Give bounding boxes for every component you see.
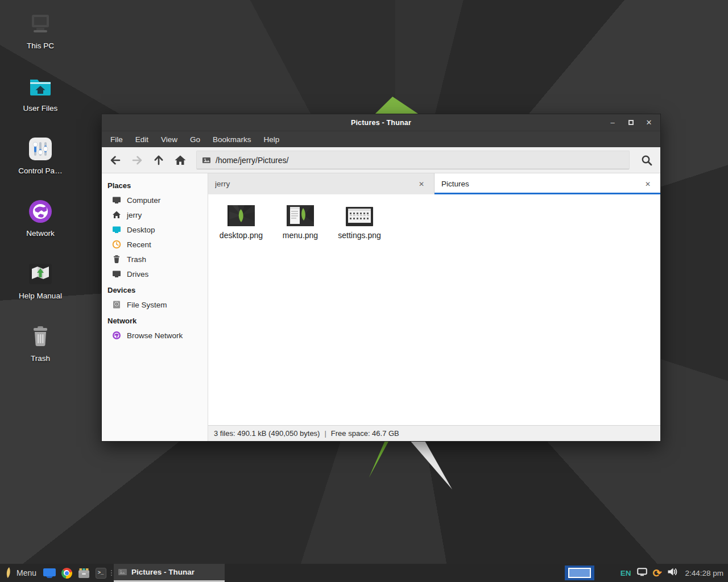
desktop-icon-network[interactable]: Network (7, 198, 74, 260)
tab-close-icon[interactable]: ✕ (642, 179, 653, 189)
window-title: Pictures - Thunar (102, 119, 660, 127)
tab-close-icon[interactable]: ✕ (416, 179, 427, 189)
display-tray-icon[interactable] (637, 568, 647, 579)
sidebar-item-trash[interactable]: Trash (102, 252, 208, 267)
tab-jerry[interactable]: jerry ✕ (208, 173, 435, 194)
task-image-icon (118, 568, 127, 576)
titlebar[interactable]: Pictures - Thunar – ✕ (102, 114, 660, 131)
control-panel-icon (27, 135, 54, 163)
sidebar-item-file-system[interactable]: File System (102, 297, 208, 312)
sidebar-item-recent[interactable]: Recent (102, 237, 208, 252)
file-menu-png[interactable]: menu.png (271, 200, 330, 243)
forward-arrow-icon (130, 153, 144, 167)
image-folder-icon (202, 156, 211, 165)
terminal-icon: >_ (96, 568, 106, 579)
maximize-button[interactable] (624, 117, 638, 129)
volume-icon[interactable] (667, 567, 678, 579)
path-bar[interactable]: /home/jerry/Pictures/ (196, 151, 630, 169)
desktop-icon-control-panel[interactable]: Control Pa… (7, 135, 74, 198)
menu-view[interactable]: View (155, 132, 184, 147)
tab-pictures[interactable]: Pictures ✕ (435, 173, 660, 194)
up-arrow-icon (152, 153, 166, 167)
file-thumbnail (346, 203, 373, 226)
home-icon (112, 210, 121, 219)
file-desktop-png[interactable]: desktop.png (212, 200, 271, 243)
sidebar-item-drives[interactable]: Drives (102, 267, 208, 281)
desktop-icon-label: Trash (31, 354, 50, 363)
wallpaper-leaf-sliver (367, 442, 388, 479)
file-manager-launcher[interactable] (75, 564, 92, 582)
maximize-icon (628, 120, 634, 125)
sidebar-item-computer[interactable]: Computer (102, 193, 208, 207)
computer-icon (112, 196, 121, 205)
tab-bar: jerry ✕ Pictures ✕ (208, 173, 660, 194)
show-desktop-launcher[interactable] (41, 564, 58, 582)
sidebar-item-label: Browse Network (127, 331, 183, 340)
user-files-folder-icon (27, 73, 54, 100)
keyboard-layout-indicator[interactable]: EN (621, 569, 631, 577)
file-name: desktop.png (220, 231, 263, 240)
path-text: /home/jerry/Pictures/ (216, 156, 288, 165)
desktop-monitor-icon (112, 225, 121, 234)
home-button[interactable] (170, 150, 191, 171)
menu-file[interactable]: File (104, 132, 129, 147)
file-list[interactable]: desktop.png menu.png settings.png (208, 194, 660, 425)
tab-label: jerry (215, 180, 416, 188)
search-button[interactable] (636, 150, 657, 171)
file-name: settings.png (338, 231, 381, 240)
minimize-button[interactable]: – (606, 117, 619, 129)
blue-window-icon (43, 568, 56, 578)
tab-label: Pictures (441, 180, 642, 188)
menu-go[interactable]: Go (184, 132, 206, 147)
chrome-icon (61, 568, 72, 579)
terminal-launcher[interactable]: >_ (92, 564, 109, 582)
sidebar-item-browse-network[interactable]: Browse Network (102, 328, 208, 343)
close-button[interactable]: ✕ (642, 117, 656, 129)
sidebar-item-label: File System (127, 301, 167, 309)
start-menu-button[interactable]: Menu (0, 564, 41, 582)
sidebar-header-network: Network (102, 312, 208, 328)
file-thumbnail (287, 203, 314, 226)
file-cabinet-icon (78, 568, 90, 579)
desktop-icon-help-manual[interactable]: Help Manual (7, 260, 74, 323)
panel-drag-handle[interactable] (109, 564, 114, 582)
menubar: File Edit View Go Bookmarks Help (102, 131, 660, 147)
taskbar-window-button[interactable]: Pictures - Thunar (114, 564, 225, 582)
desktop-icon-trash[interactable]: Trash (7, 323, 74, 385)
workspace-switcher[interactable] (565, 566, 594, 580)
file-name: menu.png (283, 231, 318, 240)
sidebar-header-places: Places (102, 177, 208, 193)
menu-bookmarks[interactable]: Bookmarks (206, 132, 258, 147)
chrome-launcher[interactable] (58, 564, 75, 582)
help-manual-icon (27, 260, 54, 288)
back-button[interactable] (105, 150, 126, 171)
status-bar: 3 files: 490.1 kB (490,050 bytes) | Free… (208, 425, 660, 441)
back-arrow-icon (109, 153, 122, 167)
desktop-icon-this-pc[interactable]: This PC (7, 10, 74, 73)
trash-icon (112, 255, 121, 264)
desktop-icon-user-files[interactable]: User Files (7, 73, 74, 135)
sidebar-item-desktop[interactable]: Desktop (102, 222, 208, 237)
menu-help[interactable]: Help (258, 132, 286, 147)
sidebar-item-label: Drives (127, 270, 148, 278)
recent-clock-icon (112, 240, 121, 249)
file-settings-png[interactable]: settings.png (330, 200, 389, 243)
clock[interactable]: 2:44:28 pm (684, 569, 723, 577)
network-globe-icon (27, 198, 54, 225)
wallpaper-mint-leaf-tip (373, 97, 418, 114)
update-manager-icon[interactable]: ⟳ (653, 568, 662, 579)
menu-edit[interactable]: Edit (129, 132, 155, 147)
sidebar-item-label: Trash (127, 255, 146, 264)
search-icon (640, 153, 653, 167)
sidebar-item-label: Recent (127, 240, 151, 249)
thunar-window: Pictures - Thunar – ✕ File Edit View Go … (101, 114, 661, 442)
home-icon (173, 153, 187, 167)
sidebar: Places Computer jerry Desktop Recent (102, 173, 208, 441)
up-button[interactable] (148, 150, 169, 171)
forward-button[interactable] (127, 150, 147, 171)
wallpaper-white-shard (410, 442, 452, 489)
desktop-icon-label: Help Manual (19, 292, 62, 300)
file-system-drive-icon (112, 300, 121, 309)
sidebar-item-jerry-home[interactable]: jerry (102, 207, 208, 222)
active-workspace (568, 568, 591, 578)
